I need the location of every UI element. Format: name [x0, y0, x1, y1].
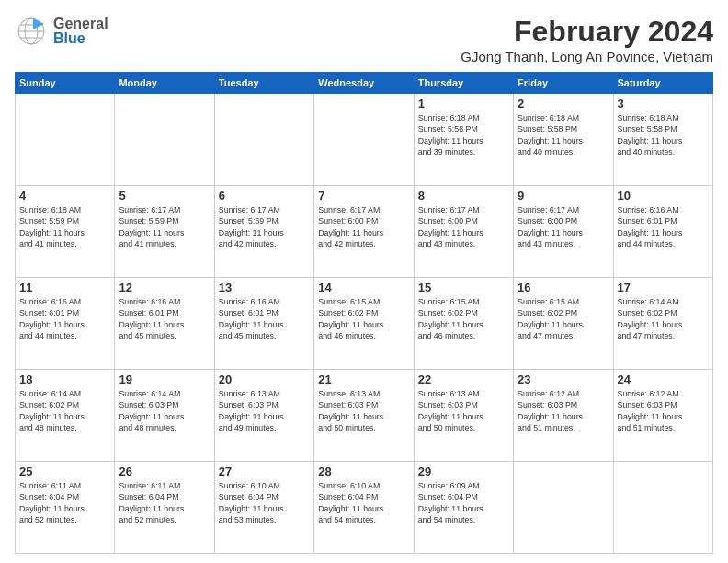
- day-info: Sunrise: 6:15 AM Sunset: 6:02 PM Dayligh…: [418, 296, 509, 341]
- day-info: Sunrise: 6:14 AM Sunset: 6:02 PM Dayligh…: [618, 296, 709, 341]
- day-info: Sunrise: 6:12 AM Sunset: 6:03 PM Dayligh…: [618, 388, 709, 433]
- day-number: 6: [219, 189, 310, 202]
- col-tuesday: Tuesday: [214, 73, 313, 94]
- day-info: Sunrise: 6:15 AM Sunset: 6:02 PM Dayligh…: [518, 296, 609, 341]
- calendar-header-row: Sunday Monday Tuesday Wednesday Thursday…: [16, 73, 713, 94]
- day-number: 22: [418, 373, 509, 386]
- table-row: 8Sunrise: 6:17 AM Sunset: 6:00 PM Daylig…: [414, 186, 513, 278]
- table-row: 4Sunrise: 6:18 AM Sunset: 5:59 PM Daylig…: [16, 186, 115, 278]
- day-info: Sunrise: 6:18 AM Sunset: 5:58 PM Dayligh…: [418, 112, 509, 157]
- table-row: 6Sunrise: 6:17 AM Sunset: 5:59 PM Daylig…: [214, 186, 313, 278]
- col-sunday: Sunday: [16, 73, 115, 94]
- table-row: 28Sunrise: 6:10 AM Sunset: 6:04 PM Dayli…: [314, 462, 414, 554]
- day-number: 17: [618, 281, 709, 294]
- day-info: Sunrise: 6:13 AM Sunset: 6:03 PM Dayligh…: [418, 388, 509, 433]
- day-info: Sunrise: 6:09 AM Sunset: 6:04 PM Dayligh…: [418, 480, 509, 525]
- table-row: 12Sunrise: 6:16 AM Sunset: 6:01 PM Dayli…: [115, 278, 214, 370]
- logo-general-text: General: [53, 17, 108, 31]
- day-number: 18: [19, 373, 110, 386]
- day-number: 4: [19, 189, 110, 202]
- calendar-week-2: 11Sunrise: 6:16 AM Sunset: 6:01 PM Dayli…: [16, 278, 713, 370]
- table-row: 20Sunrise: 6:13 AM Sunset: 6:03 PM Dayli…: [214, 370, 313, 462]
- day-info: Sunrise: 6:16 AM Sunset: 6:01 PM Dayligh…: [119, 296, 210, 341]
- table-row: [16, 94, 115, 186]
- table-row: 22Sunrise: 6:13 AM Sunset: 6:03 PM Dayli…: [414, 370, 513, 462]
- day-number: 5: [119, 189, 210, 202]
- day-number: 19: [119, 373, 210, 386]
- day-number: 2: [518, 97, 609, 110]
- table-row: 9Sunrise: 6:17 AM Sunset: 6:00 PM Daylig…: [514, 186, 613, 278]
- table-row: 15Sunrise: 6:15 AM Sunset: 6:02 PM Dayli…: [414, 278, 513, 370]
- table-row: [314, 94, 414, 186]
- day-info: Sunrise: 6:16 AM Sunset: 6:01 PM Dayligh…: [219, 296, 310, 341]
- table-row: 29Sunrise: 6:09 AM Sunset: 6:04 PM Dayli…: [414, 462, 513, 554]
- col-friday: Friday: [514, 73, 613, 94]
- table-row: 18Sunrise: 6:14 AM Sunset: 6:02 PM Dayli…: [16, 370, 115, 462]
- col-monday: Monday: [115, 73, 214, 94]
- table-row: 26Sunrise: 6:11 AM Sunset: 6:04 PM Dayli…: [115, 462, 214, 554]
- day-number: 25: [19, 465, 110, 478]
- table-row: 3Sunrise: 6:18 AM Sunset: 5:58 PM Daylig…: [613, 94, 712, 186]
- day-number: 21: [318, 373, 409, 386]
- table-row: 13Sunrise: 6:16 AM Sunset: 6:01 PM Dayli…: [214, 278, 313, 370]
- day-number: 28: [318, 465, 409, 478]
- day-number: 7: [318, 189, 409, 202]
- day-number: 24: [618, 373, 709, 386]
- day-info: Sunrise: 6:14 AM Sunset: 6:03 PM Dayligh…: [119, 388, 210, 433]
- calendar-week-3: 18Sunrise: 6:14 AM Sunset: 6:02 PM Dayli…: [16, 370, 713, 462]
- day-number: 14: [318, 281, 409, 294]
- table-row: 27Sunrise: 6:10 AM Sunset: 6:04 PM Dayli…: [214, 462, 313, 554]
- table-row: 16Sunrise: 6:15 AM Sunset: 6:02 PM Dayli…: [514, 278, 613, 370]
- day-info: Sunrise: 6:16 AM Sunset: 6:01 PM Dayligh…: [618, 204, 709, 249]
- logo-blue-text: Blue: [53, 31, 108, 46]
- col-saturday: Saturday: [613, 73, 712, 94]
- calendar-table: Sunday Monday Tuesday Wednesday Thursday…: [15, 72, 713, 554]
- title-block: February 2024 GJong Thanh, Long An Povin…: [461, 15, 713, 64]
- table-row: 1Sunrise: 6:18 AM Sunset: 5:58 PM Daylig…: [414, 94, 513, 186]
- day-number: 15: [418, 281, 509, 294]
- day-info: Sunrise: 6:13 AM Sunset: 6:03 PM Dayligh…: [318, 388, 409, 433]
- calendar-title: February 2024: [461, 15, 713, 49]
- col-thursday: Thursday: [414, 73, 513, 94]
- day-info: Sunrise: 6:12 AM Sunset: 6:03 PM Dayligh…: [518, 388, 609, 433]
- calendar-week-0: 1Sunrise: 6:18 AM Sunset: 5:58 PM Daylig…: [16, 94, 713, 186]
- svg-marker-5: [33, 18, 44, 29]
- day-number: 3: [618, 97, 709, 110]
- day-info: Sunrise: 6:11 AM Sunset: 6:04 PM Dayligh…: [119, 480, 210, 525]
- calendar-subtitle: GJong Thanh, Long An Povince, Vietnam: [461, 49, 713, 64]
- day-info: Sunrise: 6:17 AM Sunset: 5:59 PM Dayligh…: [219, 204, 310, 249]
- table-row: 10Sunrise: 6:16 AM Sunset: 6:01 PM Dayli…: [613, 186, 712, 278]
- day-info: Sunrise: 6:18 AM Sunset: 5:58 PM Dayligh…: [518, 112, 609, 157]
- day-number: 29: [418, 465, 509, 478]
- logo-text: General Blue: [53, 17, 108, 46]
- day-info: Sunrise: 6:18 AM Sunset: 5:58 PM Dayligh…: [618, 112, 709, 157]
- calendar-week-4: 25Sunrise: 6:11 AM Sunset: 6:04 PM Dayli…: [16, 462, 713, 554]
- day-info: Sunrise: 6:17 AM Sunset: 6:00 PM Dayligh…: [318, 204, 409, 249]
- table-row: 11Sunrise: 6:16 AM Sunset: 6:01 PM Dayli…: [16, 278, 115, 370]
- table-row: 17Sunrise: 6:14 AM Sunset: 6:02 PM Dayli…: [613, 278, 712, 370]
- day-info: Sunrise: 6:17 AM Sunset: 5:59 PM Dayligh…: [119, 204, 210, 249]
- day-info: Sunrise: 6:15 AM Sunset: 6:02 PM Dayligh…: [318, 296, 409, 341]
- day-info: Sunrise: 6:13 AM Sunset: 6:03 PM Dayligh…: [219, 388, 310, 433]
- day-info: Sunrise: 6:16 AM Sunset: 6:01 PM Dayligh…: [19, 296, 110, 341]
- day-info: Sunrise: 6:17 AM Sunset: 6:00 PM Dayligh…: [518, 204, 609, 249]
- day-number: 1: [418, 97, 509, 110]
- table-row: 2Sunrise: 6:18 AM Sunset: 5:58 PM Daylig…: [514, 94, 613, 186]
- table-row: 14Sunrise: 6:15 AM Sunset: 6:02 PM Dayli…: [314, 278, 414, 370]
- table-row: 23Sunrise: 6:12 AM Sunset: 6:03 PM Dayli…: [514, 370, 613, 462]
- day-number: 26: [119, 465, 210, 478]
- table-row: [514, 462, 613, 554]
- table-row: [115, 94, 214, 186]
- day-number: 16: [518, 281, 609, 294]
- day-number: 9: [518, 189, 609, 202]
- table-row: 25Sunrise: 6:11 AM Sunset: 6:04 PM Dayli…: [16, 462, 115, 554]
- day-info: Sunrise: 6:10 AM Sunset: 6:04 PM Dayligh…: [318, 480, 409, 525]
- calendar-week-1: 4Sunrise: 6:18 AM Sunset: 5:59 PM Daylig…: [16, 186, 713, 278]
- table-row: 21Sunrise: 6:13 AM Sunset: 6:03 PM Dayli…: [314, 370, 414, 462]
- day-number: 20: [219, 373, 310, 386]
- logo-icon: [15, 15, 48, 48]
- table-row: 19Sunrise: 6:14 AM Sunset: 6:03 PM Dayli…: [115, 370, 214, 462]
- day-info: Sunrise: 6:17 AM Sunset: 6:00 PM Dayligh…: [418, 204, 509, 249]
- day-info: Sunrise: 6:18 AM Sunset: 5:59 PM Dayligh…: [19, 204, 110, 249]
- table-row: 24Sunrise: 6:12 AM Sunset: 6:03 PM Dayli…: [613, 370, 712, 462]
